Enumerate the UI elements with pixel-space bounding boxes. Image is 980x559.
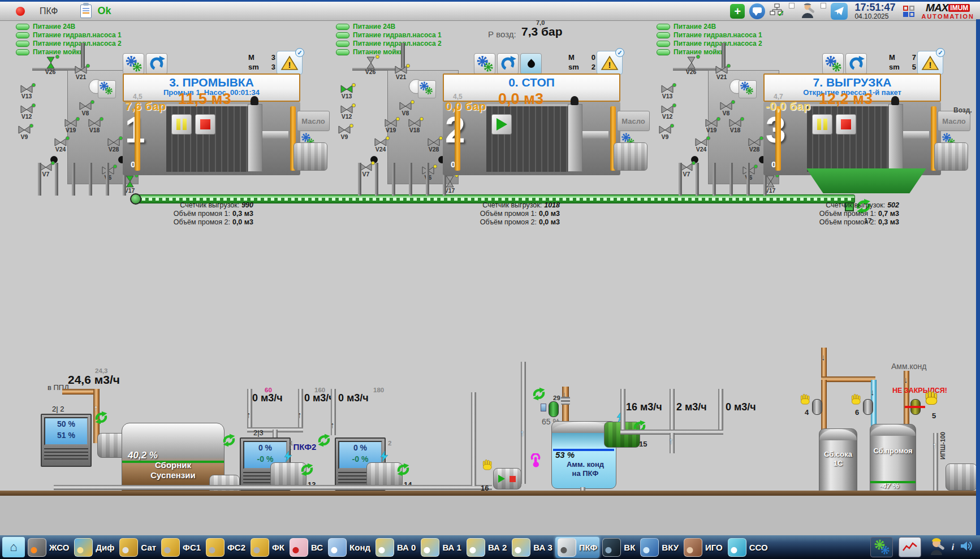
valve-V12[interactable]: V12 xyxy=(16,105,37,120)
valve-V21[interactable]: V21 xyxy=(391,66,411,80)
hydraulic-motor[interactable] xyxy=(293,142,327,171)
info-icon[interactable]: i xyxy=(952,543,954,552)
valve-V8[interactable]: V8 xyxy=(716,102,736,116)
pump-16[interactable] xyxy=(493,468,521,489)
gears-button[interactable] xyxy=(123,53,144,75)
taskbar-item-фс2[interactable]: ФС2 xyxy=(204,537,248,558)
valve-V13[interactable]: V13 xyxy=(16,85,37,99)
volume-icon[interactable] xyxy=(960,540,973,554)
hydraulic-motor[interactable] xyxy=(934,142,968,171)
taskbar-item-icon xyxy=(375,538,394,557)
valve-V19[interactable]: V19 xyxy=(61,119,81,133)
taskbar-item-жсо[interactable]: ЖСО xyxy=(25,537,71,558)
valve-V28[interactable]: V28 xyxy=(424,138,444,153)
taskbar-item-диф[interactable]: Диф xyxy=(72,537,116,558)
taskbar-item-ссо[interactable]: ССО xyxy=(726,537,770,558)
valve-state-dot xyxy=(696,55,700,59)
taskbar-item-icon xyxy=(512,538,530,557)
valve-V21[interactable]: V21 xyxy=(711,66,732,80)
valve-V26[interactable]: V26 xyxy=(360,57,381,75)
valve-6[interactable] xyxy=(863,399,873,415)
valve-V12[interactable]: V12 xyxy=(336,105,357,120)
stop-button[interactable] xyxy=(195,114,215,135)
taskbar-item-фк[interactable]: ФК xyxy=(248,537,287,558)
flow-arrow-down-icon: ↓ xyxy=(821,353,826,361)
gears-button[interactable] xyxy=(98,80,116,98)
pause-button[interactable] xyxy=(171,114,192,135)
valve-V19[interactable]: V19 xyxy=(701,119,722,133)
valve-29[interactable] xyxy=(549,401,559,417)
play-button[interactable] xyxy=(491,114,512,135)
touch-hand-icon[interactable] xyxy=(528,453,543,470)
valve-label: V8 xyxy=(723,110,730,116)
valve-V9[interactable]: V9 xyxy=(655,125,675,140)
valve-V9[interactable]: V9 xyxy=(14,125,34,140)
trends-button[interactable] xyxy=(899,537,921,557)
alarm-ack-button[interactable]: !✓ xyxy=(277,51,303,75)
taskbar-item-фс1[interactable]: ФС1 xyxy=(159,537,203,558)
pause-button[interactable] xyxy=(812,114,832,135)
gears-button[interactable] xyxy=(474,53,495,75)
taskbar-item-вс[interactable]: ВС xyxy=(287,537,325,558)
window-border-right xyxy=(976,19,980,535)
valve-V28[interactable]: V28 xyxy=(744,138,765,153)
valve-V26[interactable]: V26 xyxy=(681,57,701,75)
sync-button[interactable] xyxy=(146,53,167,75)
valve-V12[interactable]: V12 xyxy=(657,105,677,120)
valve-V18[interactable]: V18 xyxy=(404,119,425,133)
taskbar-item-сат[interactable]: Сат xyxy=(117,537,158,558)
engineer-button[interactable] xyxy=(927,536,946,558)
recycle-icon[interactable] xyxy=(222,433,236,450)
valve-V8[interactable]: V8 xyxy=(395,102,416,116)
taskbar-item-иго[interactable]: ИГО xyxy=(681,537,725,558)
taskbar-item-вку[interactable]: ВКУ xyxy=(638,537,681,558)
valve-V13[interactable]: V13 xyxy=(336,85,357,99)
valve-state-dot xyxy=(411,100,415,104)
taskbar-item-вк[interactable]: ВК xyxy=(600,537,637,558)
valve-label: V18 xyxy=(89,127,100,133)
ipsh-pump[interactable] xyxy=(946,463,977,491)
valve-V19[interactable]: V19 xyxy=(381,119,401,133)
oil-drop-button[interactable] xyxy=(520,53,542,75)
taskbar-item-ва-2[interactable]: ВА 2 xyxy=(464,537,509,558)
alarm-ack-button[interactable]: !✓ xyxy=(597,51,623,75)
power-status-row: Питание гидравл.насоса 2 xyxy=(16,40,122,47)
valve-V18[interactable]: V18 xyxy=(84,119,105,133)
valve-V21[interactable]: V21 xyxy=(71,66,91,80)
valve-V24[interactable]: V24 xyxy=(50,138,71,153)
taskbar-item-label: ФС1 xyxy=(183,543,201,552)
stop-button[interactable] xyxy=(836,114,856,135)
home-button[interactable]: ⌂ xyxy=(2,537,25,557)
valve-4[interactable] xyxy=(812,399,822,415)
valve-V28[interactable]: V28 xyxy=(103,138,124,153)
valve-V8[interactable]: V8 xyxy=(75,102,96,116)
sync-button[interactable] xyxy=(497,53,519,75)
pipe xyxy=(718,389,723,433)
recycle-icon[interactable] xyxy=(317,433,331,450)
settings-gear-button[interactable] xyxy=(870,537,893,557)
taskbar-item-ва-3[interactable]: ВА 3 xyxy=(510,537,554,558)
taskbar-item-пкф[interactable]: ПКФ xyxy=(555,537,600,558)
pump14-recycle-icon[interactable] xyxy=(396,462,411,479)
valve-V18[interactable]: V18 xyxy=(725,119,745,133)
valve29-recycle-icon[interactable] xyxy=(532,387,546,404)
taskbar-item-ва-1[interactable]: ВА 1 xyxy=(418,537,463,558)
sync-button[interactable] xyxy=(845,53,867,75)
valve-V9[interactable]: V9 xyxy=(334,125,355,140)
valve-V24[interactable]: V24 xyxy=(691,138,711,153)
gears-button[interactable] xyxy=(739,80,757,98)
valve-V24[interactable]: V24 xyxy=(370,138,391,153)
taskbar-item-ва-0[interactable]: ВА 0 xyxy=(373,537,418,558)
gears-button[interactable] xyxy=(822,53,844,75)
valve-V26[interactable]: V26 xyxy=(40,57,61,75)
taskbar-item-icon xyxy=(28,538,46,557)
alarm-ack-button[interactable]: !✓ xyxy=(917,51,943,75)
pump13-recycle-icon[interactable] xyxy=(300,462,314,479)
ammonia-tank-level: 53 % xyxy=(555,450,575,460)
ppd-recycle-icon[interactable] xyxy=(94,410,109,427)
taskbar-item-конд[interactable]: Конд xyxy=(326,537,373,558)
valve-V13[interactable]: V13 xyxy=(657,85,677,99)
vfd-panel-ppd[interactable]: 50 %51 % xyxy=(41,414,92,467)
hydraulic-motor[interactable] xyxy=(614,142,647,171)
gears-button[interactable] xyxy=(418,80,436,98)
